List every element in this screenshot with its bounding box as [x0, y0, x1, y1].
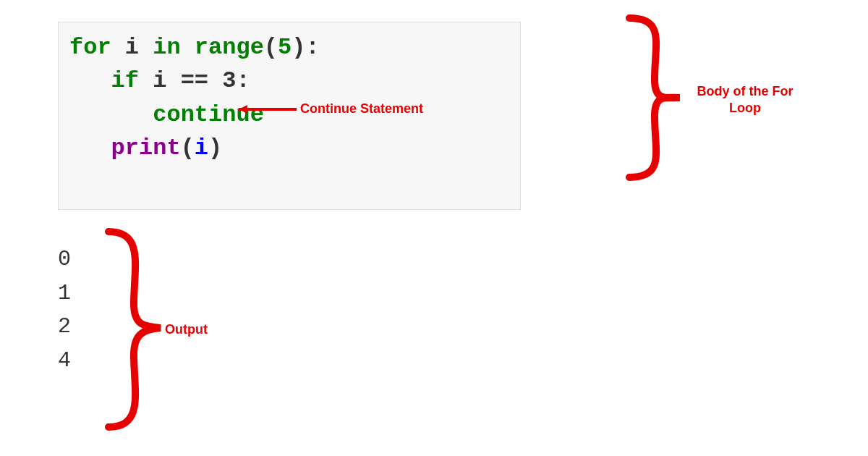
fn-print: print: [111, 135, 181, 161]
indent: [69, 135, 111, 161]
var-i: i: [111, 34, 153, 61]
annotation-continue: Continue Statement: [300, 101, 423, 117]
output-line: 4: [58, 344, 71, 378]
output-block: 0 1 2 4: [58, 242, 71, 377]
indent: [69, 67, 111, 94]
indent: [69, 101, 153, 128]
keyword-if: if: [111, 67, 139, 94]
condition: i == 3:: [139, 67, 250, 94]
code-line-3: continue: [69, 98, 509, 132]
output-line: 2: [58, 310, 71, 344]
keyword-continue: continue: [153, 101, 264, 128]
code-block: for i in range(5): if i == 3: continue p…: [58, 22, 521, 210]
paren-open: (: [181, 135, 195, 161]
annotation-body: Body of the For Loop: [694, 83, 796, 117]
paren-open: (: [264, 34, 278, 61]
number-5: 5: [278, 34, 292, 61]
brace-output: [109, 232, 161, 427]
output-line: 1: [58, 276, 71, 311]
paren-close-colon: ):: [292, 34, 319, 61]
annotation-output: Output: [165, 322, 208, 337]
paren-close: ): [208, 135, 222, 161]
code-line-2: if i == 3:: [69, 64, 509, 98]
fn-range: range: [181, 34, 264, 61]
output-line: 0: [58, 242, 71, 276]
arg-i: i: [195, 135, 208, 161]
code-line-1: for i in range(5):: [69, 31, 509, 64]
keyword-for: for: [69, 34, 111, 61]
code-line-4: print(i): [69, 132, 509, 165]
brace-body: [629, 18, 680, 177]
keyword-in: in: [153, 34, 180, 61]
